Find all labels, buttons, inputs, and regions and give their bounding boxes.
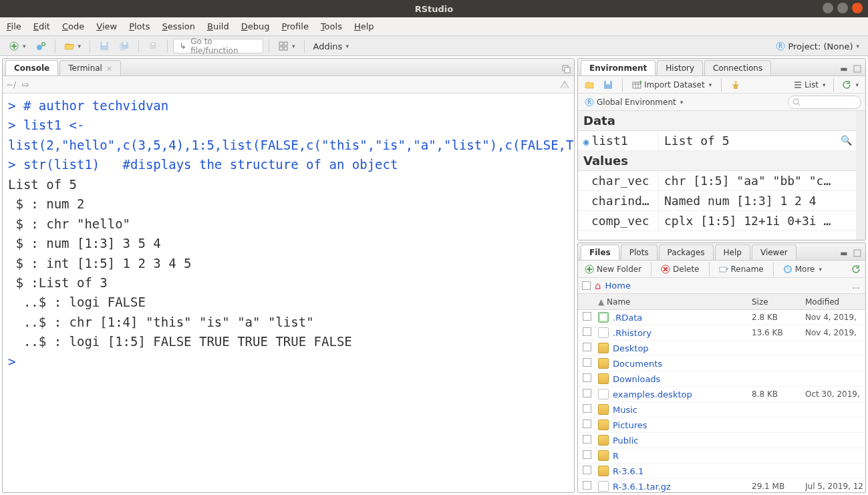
file-row[interactable]: Desktop bbox=[578, 341, 865, 356]
pane-minimize-icon[interactable]: ▬ bbox=[839, 248, 849, 259]
files-more-icon[interactable]: … bbox=[851, 281, 861, 291]
rename-button[interactable]: Rename bbox=[716, 262, 766, 277]
tab-environment[interactable]: Environment bbox=[581, 60, 656, 75]
pane-minimize-icon[interactable]: ▬ bbox=[839, 63, 849, 74]
file-checkbox[interactable] bbox=[583, 327, 591, 336]
pane-popout-icon[interactable] bbox=[852, 63, 863, 74]
file-name[interactable]: Pictures bbox=[595, 420, 752, 430]
menu-profile[interactable]: Profile bbox=[281, 21, 308, 31]
menu-build[interactable]: Build bbox=[207, 21, 229, 31]
col-size[interactable]: Size bbox=[752, 297, 805, 307]
env-row[interactable]: char_vecchr [1:5] "aa" "bb" "c… bbox=[578, 171, 856, 191]
menu-code[interactable]: Code bbox=[62, 21, 84, 31]
files-list[interactable]: .RData2.8 KBNov 4, 2019,.Rhistory13.6 KB… bbox=[578, 310, 865, 492]
file-checkbox[interactable] bbox=[583, 435, 591, 444]
home-icon[interactable]: ⌂ bbox=[595, 280, 601, 292]
file-checkbox[interactable] bbox=[583, 481, 591, 490]
menu-tools[interactable]: Tools bbox=[321, 21, 342, 31]
window-close-button[interactable] bbox=[852, 3, 863, 13]
file-checkbox[interactable] bbox=[583, 404, 591, 413]
open-file-button[interactable]: ▾ bbox=[61, 39, 85, 53]
window-minimize-button[interactable] bbox=[823, 3, 833, 13]
env-row[interactable]: charind…Named num [1:3] 1 2 4 bbox=[578, 191, 856, 211]
save-button[interactable] bbox=[96, 39, 113, 53]
window-maximize-button[interactable] bbox=[837, 3, 848, 13]
tab-connections[interactable]: Connections bbox=[704, 60, 771, 75]
console-browse-icon[interactable]: ⇨ bbox=[20, 79, 31, 90]
file-row[interactable]: Documents bbox=[578, 356, 865, 371]
close-tab-icon[interactable]: × bbox=[106, 64, 112, 73]
print-button[interactable] bbox=[144, 39, 162, 53]
delete-button[interactable]: Delete bbox=[658, 262, 702, 277]
inspect-icon[interactable]: 🔍 bbox=[841, 135, 852, 146]
grid-view-button[interactable]: ▾ bbox=[275, 39, 299, 53]
menu-edit[interactable]: Edit bbox=[33, 21, 50, 31]
refresh-env-button[interactable]: ▾ bbox=[839, 77, 861, 92]
file-row[interactable]: R bbox=[578, 448, 865, 464]
select-all-checkbox[interactable] bbox=[582, 281, 591, 290]
pane-popout-icon[interactable] bbox=[561, 63, 571, 74]
breadcrumb-home[interactable]: Home bbox=[605, 281, 631, 291]
import-dataset-button[interactable]: Import Dataset ▾ bbox=[629, 77, 714, 92]
file-row[interactable]: Pictures bbox=[578, 418, 865, 433]
tab-help[interactable]: Help bbox=[715, 244, 750, 260]
file-row[interactable]: .Rhistory13.6 KBNov 4, 2019, bbox=[578, 325, 865, 341]
save-workspace-button[interactable] bbox=[601, 77, 615, 92]
file-name[interactable]: R-3.6.1.tar.gz bbox=[595, 481, 752, 492]
file-checkbox[interactable] bbox=[583, 389, 591, 397]
tab-history[interactable]: History bbox=[657, 60, 703, 75]
clear-workspace-button[interactable] bbox=[728, 77, 743, 92]
addins-button[interactable]: Addins ▾ bbox=[310, 39, 352, 53]
file-checkbox[interactable] bbox=[583, 450, 591, 459]
file-row[interactable]: Music bbox=[578, 402, 865, 418]
menu-help[interactable]: Help bbox=[354, 21, 374, 31]
tab-plots[interactable]: Plots bbox=[621, 244, 658, 260]
env-scope-selector[interactable]: R Global Environment ▾ bbox=[582, 95, 686, 110]
tab-files[interactable]: Files bbox=[581, 244, 619, 260]
refresh-files-button[interactable] bbox=[851, 264, 861, 275]
file-name[interactable]: Public bbox=[595, 435, 752, 446]
tab-viewer[interactable]: Viewer bbox=[752, 244, 797, 260]
menu-debug[interactable]: Debug bbox=[241, 21, 270, 31]
goto-file-function-input[interactable]: ↳ Go to file/function bbox=[173, 39, 263, 53]
file-name[interactable]: examples.desktop bbox=[595, 389, 752, 399]
menu-file[interactable]: File bbox=[7, 21, 21, 31]
file-row[interactable]: Public bbox=[578, 433, 865, 448]
file-checkbox[interactable] bbox=[583, 312, 591, 321]
env-search-input[interactable] bbox=[788, 96, 861, 109]
env-row[interactable]: comp_veccplx [1:5] 12+1i 0+3i … bbox=[578, 211, 856, 231]
expand-icon[interactable]: ◉ bbox=[583, 136, 589, 147]
file-row[interactable]: examples.desktop8.8 KBOct 30, 2019, bbox=[578, 387, 865, 402]
new-project-button[interactable] bbox=[32, 39, 49, 53]
tab-packages[interactable]: Packages bbox=[659, 244, 714, 260]
pane-popout-icon[interactable] bbox=[852, 248, 863, 259]
file-row[interactable]: Downloads bbox=[578, 371, 865, 387]
console-output[interactable]: > # author techvidvan> list1 <- list(2,"… bbox=[3, 94, 574, 492]
file-name[interactable]: Downloads bbox=[595, 373, 752, 384]
file-name[interactable]: Music bbox=[595, 404, 752, 415]
file-name[interactable]: .Rhistory bbox=[595, 327, 752, 338]
new-folder-button[interactable]: New Folder bbox=[582, 262, 644, 277]
file-checkbox[interactable] bbox=[583, 420, 591, 428]
menu-session[interactable]: Session bbox=[162, 21, 195, 31]
col-modified[interactable]: Modified bbox=[805, 297, 865, 307]
file-checkbox[interactable] bbox=[583, 373, 591, 382]
env-scrollbar[interactable] bbox=[856, 111, 865, 240]
project-menu[interactable]: R Project: (None) ▾ bbox=[772, 39, 863, 53]
env-row[interactable]: ◉list1List of 5🔍 bbox=[578, 131, 856, 151]
tab-terminal[interactable]: Terminal× bbox=[59, 60, 121, 75]
menu-plots[interactable]: Plots bbox=[129, 21, 150, 31]
file-name[interactable]: Documents bbox=[595, 358, 752, 369]
save-all-button[interactable] bbox=[116, 39, 133, 53]
environment-list[interactable]: Data◉list1List of 5🔍Valueschar_vecchr [1… bbox=[578, 111, 856, 240]
file-checkbox[interactable] bbox=[583, 358, 591, 367]
more-button[interactable]: More ▾ bbox=[780, 262, 825, 277]
file-name[interactable]: R-3.6.1 bbox=[595, 466, 752, 476]
clear-console-icon[interactable] bbox=[559, 79, 570, 90]
file-name[interactable]: R bbox=[595, 450, 752, 461]
menu-view[interactable]: View bbox=[96, 21, 117, 31]
file-row[interactable]: R-3.6.1.tar.gz29.1 MBJul 5, 2019, 12 bbox=[578, 479, 865, 492]
file-name[interactable]: .RData bbox=[595, 312, 752, 323]
file-checkbox[interactable] bbox=[583, 466, 591, 474]
new-file-button[interactable]: ▾ bbox=[5, 39, 29, 53]
